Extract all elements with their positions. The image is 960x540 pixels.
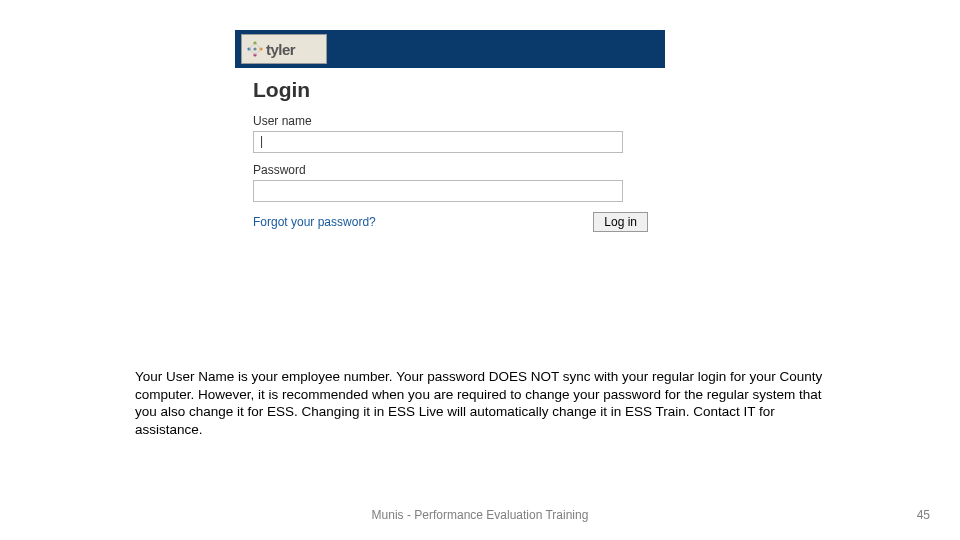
action-row: Forgot your password? Log in: [253, 212, 648, 232]
page-number: 45: [917, 508, 930, 522]
header-bar: tyler: [235, 30, 665, 68]
logo-dots-icon: [246, 40, 264, 58]
forgot-password-link[interactable]: Forgot your password?: [253, 215, 376, 229]
tyler-logo: tyler: [241, 34, 327, 64]
logo-text: tyler: [266, 41, 295, 58]
username-input[interactable]: |: [253, 131, 623, 153]
login-title: Login: [253, 78, 647, 102]
login-body: Login User name | Password Forgot your p…: [235, 68, 665, 232]
svg-point-4: [253, 47, 256, 50]
instruction-text: Your User Name is your employee number. …: [135, 368, 845, 438]
login-panel: tyler Login User name | Password Forgot …: [235, 30, 665, 232]
login-button[interactable]: Log in: [593, 212, 648, 232]
username-group: User name |: [253, 114, 647, 153]
username-label: User name: [253, 114, 647, 128]
footer-title: Munis - Performance Evaluation Training: [0, 508, 960, 522]
password-input[interactable]: [253, 180, 623, 202]
password-label: Password: [253, 163, 647, 177]
password-group: Password: [253, 163, 647, 202]
